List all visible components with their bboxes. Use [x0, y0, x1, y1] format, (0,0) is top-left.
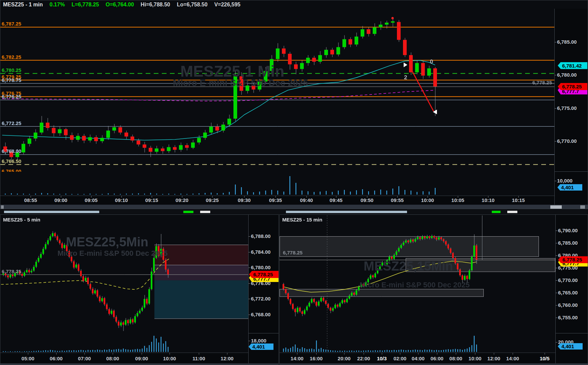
price-axis-tick: [555, 108, 556, 109]
time-axis-tick: [418, 353, 418, 355]
price-axis-tick: [556, 280, 557, 281]
time-axis-label: 09:35: [269, 197, 282, 203]
time-axis-tick: [400, 353, 400, 355]
price-axis-label: 6,772.00: [251, 296, 270, 302]
scrollbar-thumb[interactable]: [550, 205, 562, 209]
time-axis-label: 08:00: [106, 356, 119, 361]
time-axis-label: 09:25: [206, 197, 219, 203]
volume-value-badge: 4,401: [557, 184, 582, 191]
volume-pane-divider: [249, 333, 279, 333]
price-scale-5min[interactable]: 6,788.006,784.006,780.006,776.006,772.00…: [248, 215, 279, 363]
time-axis-tick: [170, 353, 170, 355]
time-axis-tick: [113, 353, 113, 355]
time-axis-label: 08:00: [449, 356, 462, 361]
time-axis-label: 10:15: [512, 197, 525, 203]
time-axis-tick: [344, 353, 344, 355]
price-axis-tick: [556, 231, 557, 231]
window-divider-strip: [0, 209, 588, 214]
price-level-label: 6,787.25: [2, 21, 21, 27]
horizontal-scrollbar-1min[interactable]: [0, 205, 588, 209]
time-axis-label: 09:30: [238, 197, 251, 203]
time-axis-label: 09:40: [300, 197, 313, 203]
watermark-description: Micro E-mini S&P 500 Dec 2025: [173, 78, 308, 88]
horizontal-scrollbar-5min[interactable]: [0, 363, 279, 365]
stat-last: L=6,778.25: [72, 2, 99, 8]
time-axis-label: 10/5: [540, 356, 549, 361]
time-axis-tick: [513, 353, 513, 355]
time-axis-15min[interactable]: 14:0016:0020:0022:0010/302:0004:0006:000…: [280, 353, 555, 364]
price-scale-15min[interactable]: 6,790.006,785.006,780.006,775.006,770.00…: [555, 215, 588, 363]
watermark-description: Micro E-mini S&P 500 Dec 2025: [360, 281, 470, 289]
candlestick-canvas-1min[interactable]: [0, 9, 554, 196]
watermark-symbol: MESZ25,15Min: [364, 259, 453, 274]
time-axis-label: 10/3: [377, 356, 387, 361]
price-axis-tick: [249, 268, 250, 268]
time-axis-label: 10:05: [451, 197, 464, 203]
time-axis-tick: [382, 353, 382, 355]
volume-axis-tick: [555, 181, 556, 181]
price-axis-label: 6,790.00: [558, 228, 578, 234]
price-level-label: 6,782.25: [2, 54, 21, 60]
price-axis-label: 6,788.00: [251, 233, 270, 239]
scrollbar-right-button[interactable]: [580, 205, 585, 209]
white-marker-segment: [200, 211, 210, 213]
volume-axis-label: 10,000: [557, 178, 573, 184]
price-axis-tick: [249, 315, 250, 315]
time-axis-label: 09:55: [391, 197, 404, 203]
price-axis-tick: [556, 268, 557, 268]
time-axis-label: 10:00: [421, 197, 434, 203]
time-axis-label: 06:00: [50, 356, 63, 361]
price-axis-tick: [556, 305, 557, 306]
time-axis-label: 20:00: [338, 356, 351, 361]
time-axis-5min[interactable]: 05:0006:0007:0008:0009:0010:0011:0012:00: [0, 353, 248, 364]
time-axis-label: 10:00: [469, 356, 481, 361]
time-axis-label: 09:45: [330, 197, 342, 203]
chart-window-1min: MESZ25 - 1 min 0.17% L=6,778.25 O=6,764.…: [0, 0, 588, 209]
time-axis-tick: [227, 353, 227, 355]
volume-value-badge: 4,401: [249, 343, 273, 350]
stat-low: Lo=6,758.50: [177, 2, 208, 8]
price-axis-tick: [249, 299, 250, 299]
volume-pane-divider: [556, 333, 588, 333]
stat-volume: V=226,595: [214, 2, 241, 8]
time-axis-label: 09:10: [115, 197, 128, 203]
horizontal-scrollbar-15min[interactable]: [280, 363, 588, 365]
time-axis-tick: [437, 353, 437, 355]
chart-title: MESZ25 - 1 min: [3, 2, 43, 8]
scroll-segment[interactable]: [286, 211, 407, 213]
last-price-badge: 6,781.42: [558, 62, 587, 69]
time-axis-label: 10:00: [163, 356, 176, 361]
scroll-segment[interactable]: [4, 211, 99, 213]
price-axis-label: 6,770.00: [558, 277, 578, 283]
volume-value-badge: 4,401: [558, 343, 583, 350]
time-axis-tick: [494, 353, 494, 355]
annotation-label-2: 2: [404, 74, 407, 81]
volume-pane-divider: [555, 171, 588, 172]
time-axis-1min[interactable]: 08:5509:0009:0509:1009:1509:2009:2509:30…: [0, 196, 554, 205]
price-axis-label: 6,768.00: [251, 312, 270, 318]
price-axis-label: 6,765.00: [558, 290, 578, 296]
price-scale-1min[interactable]: 6,785.006,780.006,775.006,770.0010,0004,…: [554, 9, 588, 205]
scrollbar-left-button[interactable]: [1, 205, 4, 209]
time-axis-label: 09:00: [54, 197, 67, 203]
last-price-badge: 6,778.25: [249, 271, 279, 278]
price-level-label: 6,776.25: [2, 94, 21, 100]
time-axis-label: 09:20: [176, 197, 188, 203]
stat-high: Hi=6,788.50: [141, 2, 170, 8]
last-price-badge: 6,778.25: [558, 83, 587, 90]
time-axis-label: 02:00: [394, 356, 406, 361]
time-axis-label: 06:00: [431, 356, 443, 361]
price-axis-tick: [249, 252, 250, 252]
time-axis-tick: [297, 353, 297, 355]
volume-axis-label: 18,000: [251, 338, 266, 344]
time-axis-label: 09:05: [85, 197, 98, 203]
price-axis-label: 6,755.00: [558, 315, 578, 321]
price-level-label: 6,768.00: [2, 148, 21, 154]
time-axis-tick: [456, 353, 456, 355]
green-marker-segment: [492, 211, 501, 213]
price-axis-label: 6,780.00: [251, 265, 270, 271]
price-line-label-1min: 6,778.25: [500, 80, 552, 85]
time-axis-label: 12:00: [221, 356, 233, 361]
time-axis-tick: [199, 353, 199, 355]
time-axis-label: 04:00: [412, 356, 425, 361]
